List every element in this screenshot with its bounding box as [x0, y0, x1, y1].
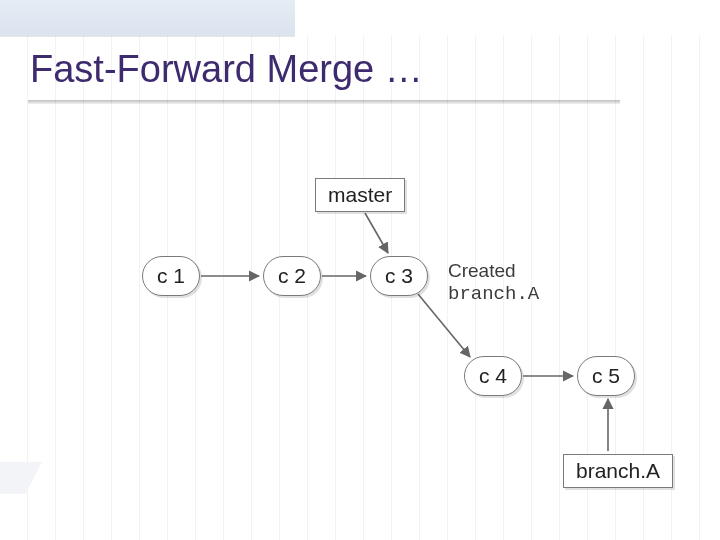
annotation-line2: branch.A	[448, 283, 539, 305]
title-underline	[28, 100, 620, 104]
branch-label-branchA: branch.A	[563, 454, 673, 488]
commit-c2: c 2	[263, 256, 321, 296]
top-shade-bar	[0, 0, 295, 36]
commit-c1: c 1	[142, 256, 200, 296]
commit-c1-label: c 1	[157, 264, 185, 288]
commit-c5-label: c 5	[592, 364, 620, 388]
commit-c5: c 5	[577, 356, 635, 396]
annotation-created-branchA: Created branch.A	[448, 260, 539, 306]
top-white-bar	[295, 0, 720, 36]
commit-c2-label: c 2	[278, 264, 306, 288]
commit-c4-label: c 4	[479, 364, 507, 388]
slide-title: Fast-Forward Merge …	[30, 48, 423, 91]
branch-label-master: master	[315, 178, 405, 212]
commit-c3-label: c 3	[385, 264, 413, 288]
annotation-line1: Created	[448, 260, 516, 281]
commit-c3: c 3	[370, 256, 428, 296]
commit-c4: c 4	[464, 356, 522, 396]
